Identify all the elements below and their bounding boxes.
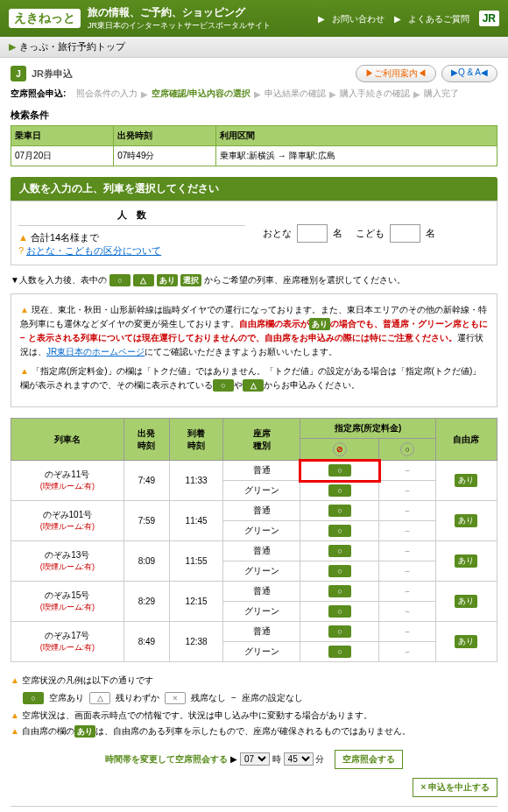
minute-select[interactable]: 45 bbox=[284, 752, 314, 766]
jr-homepage-link[interactable]: JR東日本のホームページ bbox=[46, 347, 145, 357]
site-header: えきねっと 旅の情報、ご予約、ショッピング JR東日本のインターネットサービスポ… bbox=[0, 0, 508, 37]
sub-tagline: JR東日本のインターネットサービスポータルサイト bbox=[88, 20, 271, 32]
seat-type: グリーン bbox=[223, 642, 300, 662]
train-name: のぞみ11号(喫煙ルーム:有) bbox=[11, 461, 124, 501]
select-icon: 選択 bbox=[180, 274, 201, 286]
train-name: のぞみ101号(喫煙ルーム:有) bbox=[11, 501, 124, 541]
search-availability-button[interactable]: 空席照会する bbox=[335, 750, 403, 769]
seat-type: 普通 bbox=[223, 501, 300, 521]
smoking-icon: ○ bbox=[400, 442, 414, 456]
triangle-icon: △ bbox=[133, 274, 154, 286]
circle-icon: ○ bbox=[109, 274, 131, 286]
free-seat-badge[interactable]: あり bbox=[455, 595, 477, 608]
availability-button[interactable]: ○ bbox=[328, 545, 351, 557]
seat-type: グリーン bbox=[223, 521, 300, 541]
pax-info-link[interactable]: おとな・こどもの区分について bbox=[26, 245, 161, 256]
free-seat-badge[interactable]: あり bbox=[455, 474, 477, 487]
availability-none: − bbox=[405, 647, 410, 657]
availability-button[interactable]: ○ bbox=[328, 625, 351, 638]
arr-time: 12:38 bbox=[169, 622, 222, 662]
availability-button[interactable]: ○ bbox=[328, 585, 351, 597]
instruction-bar: 人数を入力の上、列車を選択してください bbox=[11, 177, 497, 201]
no-smoking-icon: ⊘ bbox=[333, 442, 347, 456]
guide-button[interactable]: ▶ご利用案内◀ bbox=[356, 65, 436, 82]
dep-time: 7:59 bbox=[123, 501, 169, 541]
arr-time: 12:15 bbox=[169, 582, 222, 622]
arr-time: 11:55 bbox=[169, 541, 222, 582]
logo: えきねっと bbox=[9, 9, 81, 28]
help-icon: ? bbox=[18, 245, 24, 256]
free-seat-badge[interactable]: あり bbox=[455, 514, 477, 527]
train-name: のぞみ13号(喫煙ルーム:有) bbox=[11, 541, 124, 582]
seat-type: 普通 bbox=[223, 582, 300, 602]
availability-none: − bbox=[405, 607, 410, 617]
warning-icon: ▲ bbox=[18, 232, 28, 243]
availability-button[interactable]: ○ bbox=[328, 505, 351, 517]
search-cond-title: 検索条件 bbox=[11, 109, 497, 122]
availability-button[interactable]: ○ bbox=[328, 565, 351, 577]
availability-button[interactable]: ○ bbox=[328, 646, 351, 658]
breadcrumb: 空席照会申込: 照会条件の入力▶ 空席確認/申込内容の選択▶ 申込結果の確認▶ … bbox=[11, 88, 497, 100]
free-seat-badge[interactable]: あり bbox=[455, 635, 477, 648]
time-change-row: 時間帯を変更して空席照会する ▶ 07 時 45 分 空席照会する bbox=[11, 750, 497, 769]
pax-header: 人 数 bbox=[18, 208, 245, 226]
availability-button[interactable]: ○ bbox=[328, 525, 351, 537]
seat-type: グリーン bbox=[223, 561, 300, 582]
train-table: 列車名 出発 時刻 到着 時刻 座席 種別 指定席(所定料金) 自由席 ⊘ ○ … bbox=[11, 418, 497, 662]
tagline: 旅の情報、ご予約、ショッピング bbox=[88, 5, 271, 20]
header-link-contact[interactable]: ▶お問い合わせ bbox=[318, 14, 385, 24]
page-title: J JR券申込 bbox=[11, 66, 73, 81]
dep-time: 8:49 bbox=[123, 622, 169, 662]
arr-time: 11:45 bbox=[169, 501, 222, 541]
train-name: のぞみ17号(喫煙ルーム:有) bbox=[11, 622, 124, 662]
availability-none: − bbox=[405, 486, 410, 496]
cancel-button[interactable]: × 申込を中止する bbox=[413, 778, 497, 797]
dep-time: 7:49 bbox=[123, 461, 169, 501]
child-input[interactable] bbox=[390, 224, 420, 243]
seat-type: 普通 bbox=[223, 541, 300, 561]
seat-type: 普通 bbox=[223, 622, 300, 642]
seat-type: グリーン bbox=[223, 602, 300, 622]
seat-type: 普通 bbox=[223, 461, 300, 481]
hour-select[interactable]: 07 bbox=[240, 752, 270, 766]
seat-type: グリーン bbox=[223, 481, 300, 501]
availability-none: − bbox=[405, 547, 410, 556]
dep-time: 8:09 bbox=[123, 541, 169, 582]
availability-none: − bbox=[405, 567, 410, 576]
qa-button[interactable]: ▶Q & A◀ bbox=[441, 65, 497, 82]
availability-button[interactable]: ○ bbox=[328, 605, 351, 618]
arr-time: 11:33 bbox=[169, 461, 222, 501]
condition-table: 乗車日出発時刻利用区間 07月20日07時49分乗車駅:新横浜 → 降車駅:広島 bbox=[11, 125, 497, 166]
availability-none: − bbox=[405, 587, 410, 597]
free-seat-badge[interactable]: あり bbox=[455, 554, 477, 568]
jr-logo: JR bbox=[479, 11, 499, 26]
passenger-box: 人 数 ▲合計14名様まで ?おとな・こどもの区分について おとな 名 こども … bbox=[11, 201, 497, 265]
header-link-faq[interactable]: ▶よくあるご質問 bbox=[394, 14, 469, 24]
availability-none: − bbox=[405, 627, 410, 637]
header-links: ▶お問い合わせ ▶よくあるご質問 JR bbox=[311, 12, 499, 25]
subheader[interactable]: ▶きっぷ・旅行予約トップ bbox=[0, 37, 508, 58]
dep-time: 8:29 bbox=[123, 582, 169, 622]
footer: | きっぷ・旅行予約トップ | お問い合わせ | えきねっと利用規約 | 個人情… bbox=[11, 806, 497, 812]
ari-icon: あり bbox=[157, 274, 178, 286]
train-name: のぞみ15号(喫煙ルーム:有) bbox=[11, 582, 124, 622]
adult-input[interactable] bbox=[297, 224, 328, 243]
availability-none: − bbox=[405, 506, 410, 516]
notice-box: ▲現在、東北・秋田・山形新幹線は臨時ダイヤでの運行になっております。また、東日本… bbox=[11, 293, 497, 407]
select-instruction: ▼人数を入力後、表中の ○ △ あり 選択 からご希望の列車、座席種別を選択して… bbox=[11, 274, 497, 286]
availability-none: − bbox=[405, 526, 410, 536]
availability-button[interactable]: ○ bbox=[328, 484, 351, 497]
availability-none: − bbox=[405, 466, 410, 476]
legend: ▲空席状況の凡例は以下の通りです ○空席あり △残りわずか ×残席なし −座席の… bbox=[11, 673, 497, 739]
jr-ticket-icon: J bbox=[11, 66, 26, 81]
availability-button[interactable]: ○ bbox=[328, 464, 351, 477]
